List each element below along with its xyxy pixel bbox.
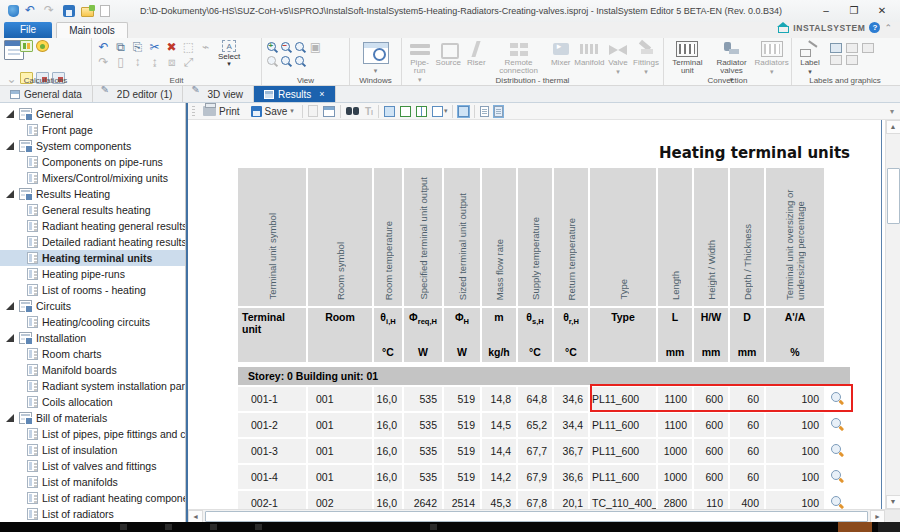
expanded-triangle-icon[interactable] <box>6 190 14 198</box>
sidebar-item-front-page[interactable]: Front page <box>0 122 185 138</box>
scroll-up-icon[interactable]: ▲ <box>886 120 900 134</box>
select-button[interactable]: A Select ▾ <box>215 40 243 67</box>
valve-button[interactable]: Valve▾ <box>605 40 631 76</box>
close-button[interactable]: ✕ <box>868 1 896 21</box>
zoom-detail-icon[interactable] <box>831 392 844 406</box>
windows-icon[interactable] <box>363 42 389 64</box>
save-icon[interactable] <box>63 5 75 17</box>
sidebar-section-circuits[interactable]: Circuits <box>0 298 185 314</box>
view-mode-two-pages-icon[interactable] <box>416 106 427 117</box>
expanded-triangle-icon[interactable] <box>6 414 14 422</box>
close-tab-icon[interactable]: × <box>319 89 324 99</box>
fittings-button[interactable]: Fittings▾ <box>633 40 659 76</box>
ribbon-tab-file[interactable]: File <box>4 22 52 38</box>
scroll-down-icon[interactable]: ▼ <box>886 495 900 509</box>
expanded-triangle-icon[interactable] <box>6 110 14 118</box>
taskbar-icon[interactable] <box>210 524 217 530</box>
sidebar-item-list-of-radiators[interactable]: List of radiators <box>0 506 185 522</box>
chevron-down-icon[interactable]: ▾ <box>374 68 378 74</box>
zoom-selection-icon[interactable] <box>294 55 306 68</box>
sidebar-item-heating-cooling-circuits[interactable]: Heating/cooling circuits <box>0 314 185 330</box>
undo-icon[interactable]: ↶ <box>96 40 111 54</box>
vertical-scroll-thumb[interactable] <box>887 168 900 224</box>
terminal-unit-button[interactable]: Terminal unit <box>668 40 707 76</box>
vertical-scrollbar[interactable]: ▲ ▼ <box>885 120 900 509</box>
toolbar-grip[interactable] <box>192 106 195 117</box>
source-button[interactable]: Source <box>435 40 461 68</box>
help-icon[interactable]: ? <box>869 22 880 33</box>
find-icon[interactable] <box>346 106 360 116</box>
save-button[interactable]: Save ▾ <box>248 105 297 118</box>
restore-button[interactable]: ❐ <box>840 1 868 21</box>
view-mode-whole-page-icon[interactable] <box>384 106 395 117</box>
taskbar-active-app[interactable] <box>838 522 872 532</box>
ribbon-tab-main-tools[interactable]: Main tools <box>56 22 128 38</box>
table-settings-icon[interactable] <box>323 106 335 117</box>
sidebar-item-heating-terminal-units[interactable]: Heating terminal units <box>0 250 185 266</box>
sidebar-item-list-of-valves-and-fittings[interactable]: List of valves and fittings <box>0 458 185 474</box>
tab-general-data[interactable]: General data <box>0 86 93 102</box>
sidebar-item-mixers-control-mixing-units[interactable]: Mixers/Control/mixing units <box>0 170 185 186</box>
sidebar-section-installation[interactable]: Installation <box>0 330 185 346</box>
view-mode-custom-button[interactable]: ▾ <box>432 106 448 117</box>
ribbon-collapse-icon[interactable]: ⌃ <box>884 23 892 33</box>
remote-connection-button[interactable]: Remote connection <box>491 40 545 76</box>
sidebar-section-system-components[interactable]: System components <box>0 138 185 154</box>
zoom-detail-icon[interactable] <box>831 418 844 432</box>
manifold-button[interactable]: Manifold <box>576 40 603 68</box>
sidebar-item-list-of-insulation[interactable]: List of insulation <box>0 442 185 458</box>
zoom-detail-icon[interactable] <box>831 496 844 509</box>
sidebar-section-bill-of-materials[interactable]: Bill of materials <box>0 410 185 426</box>
scroll-left-icon[interactable]: ◄ <box>188 510 203 523</box>
tab-2d-editor[interactable]: 2D editor (1) <box>93 86 184 102</box>
results-chart-icon[interactable] <box>20 40 33 52</box>
expanded-triangle-icon[interactable] <box>6 334 14 342</box>
new-document-icon[interactable] <box>100 5 110 17</box>
sidebar-item-general-results-heating[interactable]: General results heating <box>0 202 185 218</box>
sidebar-item-components-on-pipe-runs[interactable]: Components on pipe-runs <box>0 154 185 170</box>
taskbar-icon[interactable] <box>255 524 262 530</box>
riser-button[interactable]: Riser <box>463 40 489 68</box>
sidebar-item-radiant-system-installation-parameters[interactable]: Radiant system installation parameters <box>0 378 185 394</box>
options-gear-icon[interactable] <box>36 40 49 52</box>
open-folder-icon[interactable] <box>81 7 94 17</box>
horizontal-scroll-thumb[interactable] <box>205 511 868 522</box>
zoom-window-icon[interactable] <box>294 41 306 54</box>
copy-icon[interactable]: ⧉ <box>113 40 128 54</box>
sidebar-item-heating-pipe-runs[interactable]: Heating pipe-runs <box>0 266 185 282</box>
label-button[interactable]: Label▾ <box>796 40 824 76</box>
sidebar-item-radiant-heating-general-results[interactable]: Radiant heating general results <box>0 218 185 234</box>
view-mode-page-width-icon[interactable] <box>400 106 411 117</box>
delete-icon[interactable]: ✖ <box>164 40 179 54</box>
zoom-detail-icon[interactable] <box>831 470 844 484</box>
zoom-previous-icon[interactable] <box>280 55 292 68</box>
taskbar-tray[interactable] <box>878 522 900 532</box>
zoom-detail-icon[interactable] <box>831 444 844 458</box>
sidebar-item-list-of-pipes-pipe-fittings-and-couplings[interactable]: List of pipes, pipe fittings and couplin… <box>0 426 185 442</box>
minimize-button[interactable]: – <box>812 1 840 21</box>
tab-3d-view[interactable]: 3D view <box>183 86 254 102</box>
report-layout-icon[interactable] <box>480 106 489 117</box>
sidebar-section-general[interactable]: General <box>0 106 185 122</box>
zoom-out-icon[interactable]: − <box>280 41 292 54</box>
paste-icon[interactable]: ⎘ <box>130 40 145 54</box>
cut-icon[interactable]: ✂ <box>147 40 162 54</box>
tab-results[interactable]: Results × <box>254 86 336 102</box>
fit-view-icon[interactable] <box>458 106 469 117</box>
taskbar-icon[interactable] <box>120 524 127 530</box>
mixer-button[interactable]: Mixer <box>548 40 574 68</box>
redo-icon[interactable] <box>44 5 57 17</box>
sidebar-item-list-of-rooms-heating[interactable]: List of rooms - heating <box>0 282 185 298</box>
print-button[interactable]: Print <box>200 105 243 118</box>
toolbar-overflow-icon[interactable]: ▾ <box>890 107 896 116</box>
taskbar-icon[interactable] <box>430 524 437 530</box>
report-outline-icon[interactable] <box>494 106 503 117</box>
zoom-in-icon[interactable]: + <box>266 41 278 54</box>
undo-icon[interactable] <box>25 5 38 17</box>
sidebar-item-room-charts[interactable]: Room charts <box>0 346 185 362</box>
sidebar-item-coils-allocation[interactable]: Coils allocation <box>0 394 185 410</box>
expanded-triangle-icon[interactable] <box>6 142 14 150</box>
sidebar-item-detailed-radiant-heating-results[interactable]: Detailed radiant heating results <box>0 234 185 250</box>
sidebar-item-manifold-boards[interactable]: Manifold boards <box>0 362 185 378</box>
sidebar-section-results-heating[interactable]: Results Heating <box>0 186 185 202</box>
